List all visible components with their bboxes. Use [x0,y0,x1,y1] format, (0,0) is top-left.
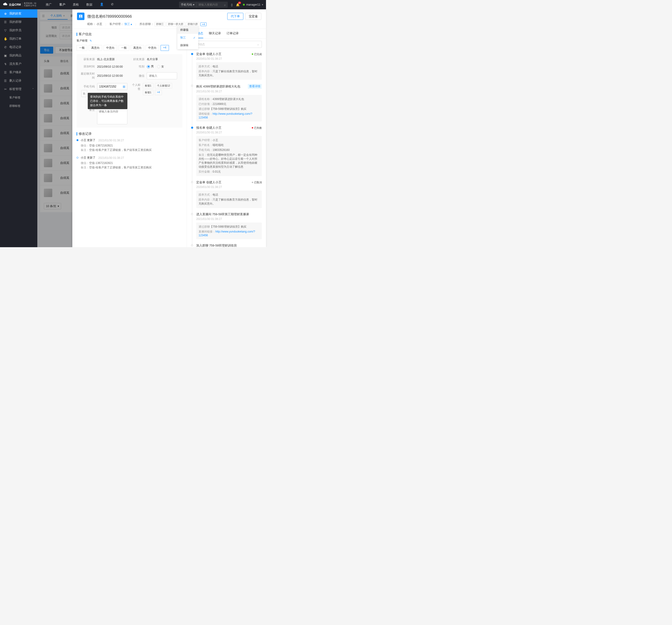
place-order-button[interactable]: 代下单 [227,13,243,20]
sidebar-icon: ✆ [4,46,7,49]
gender-female[interactable]: 女 [157,65,164,69]
customer-title: 微信名称6789990000966 [87,14,132,19]
sidebar-icon: ▽ [4,29,7,32]
timeline-item: 购买 4399理财课进阶课程大礼包查看详情2021/01/30 01:38:27… [191,84,262,126]
sidebar-icon: ☰ [4,79,7,82]
sidebar: ⊕我的好友☰我的群聊▽我的学员✋我的订单✆电话记录▣我的商品↯流失客户☰客户继承… [0,9,37,247]
log-item: 小王 更新了2021/01/30 01:38:27微信：空值-136721828… [76,138,183,152]
wechat-input[interactable] [147,72,177,79]
sidebar-item[interactable]: ⊕我的好友 [0,9,37,18]
timeline-item: 定金单 创建人小王已取消2020/01/30 01:38:27跟单方式：电话跟单… [191,180,262,212]
personal-tag[interactable]: 个人标签12 [155,83,172,89]
customer-tag-label: 客户标签 [76,39,88,43]
topnav-item[interactable]: 推广 [46,3,52,7]
topnav-item[interactable]: 质检 [73,3,79,7]
edit-tags-icon[interactable]: ✎ [90,39,92,43]
search-icon[interactable]: ⌕ [222,3,228,6]
gender-radio-group: 男 女 [147,65,164,69]
copy-phone-icon[interactable]: ⎘ [81,90,87,97]
expand-icon: ˄ [32,88,33,91]
manager-option[interactable]: 张三✓ [177,34,198,42]
phone-input-wrap: ⊞ [97,83,127,90]
sidebar-icon: ▣ [4,54,7,57]
username: manager11 [246,3,260,6]
log-item: 小王 更新了2021/01/30 01:38:27微信：空值-136721828… [76,156,183,170]
nickname-value: 小王 [97,22,102,26]
sidebar-item[interactable]: ☰客户继承 [0,68,37,76]
customer-tag[interactable]: 一般 [76,45,87,51]
sidebar-item[interactable]: ✋我的订单 [0,34,37,43]
sidebar-icon: ✋ [4,37,7,41]
activity-tab[interactable]: 订单记录 [226,29,239,38]
personal-tag[interactable]: 标签1 [143,83,153,89]
brand-name: 云朵CRM [9,3,21,7]
personal-tag[interactable]: 标签1 [143,90,153,95]
manager-option[interactable]: 师馨薇 [177,26,198,34]
group-tag[interactable]: 群聊六群 [186,22,199,26]
sidebar-icon: ✂ [4,88,7,91]
customer-tag[interactable]: 中意向 [103,45,117,51]
log-section-title: 修改记录 [79,132,92,136]
customer-tag[interactable]: 一般 [119,45,129,51]
timeline-item: 定金单 创建人小王已完成2020/01/30 01:38:27跟单方式：电话跟单… [191,52,262,84]
sidebar-item[interactable]: ↯流失客户 [0,60,37,68]
activity-tab[interactable]: 聊天记录 [209,29,221,38]
user-icon[interactable]: 👤 [100,3,103,7]
add-time-value: 2021/09/10 12:00:00 [97,65,123,68]
phone-duplicate-tooltip: 查询到此手机号码在系统中已存在，可以将两条客户数据合并为一条 [88,93,127,109]
tag-more[interactable]: +4 [161,45,169,51]
sidebar-item[interactable]: ✂标签管理˄ [0,85,37,93]
sidebar-item[interactable]: ▽我的学员 [0,26,37,34]
bell-icon[interactable]: 🔔5 [236,3,240,6]
sidebar-item[interactable]: ✆电话记录 [0,43,37,51]
brand-sub: 教育机构一站式服务云平台 [22,2,37,7]
deposit-button[interactable]: 交定金 [245,13,261,20]
sidebar-item[interactable]: ☰我的群聊 [0,18,37,26]
svg-point-1 [80,16,81,17]
phone-lookup-icon[interactable]: ⊞ [123,85,125,89]
timeline-item: 进入直播间 759-59班第三期理财直播课2021/01/30 01:38:27… [191,212,262,244]
sidebar-icon: ☰ [4,71,7,74]
search-input[interactable] [196,3,222,6]
global-search: 手机号码 ▾ ⌕ [179,2,228,8]
topnav-item[interactable]: 数据 [86,3,92,7]
manager-option[interactable]: 俱保咏 [177,42,198,49]
phone-icon[interactable]: ✆ [111,3,114,7]
search-type-select[interactable]: 手机号码 ▾ [179,2,196,8]
sidebar-item[interactable]: ▣我的商品 [0,51,37,60]
sidebar-icon: ⊕ [4,12,7,16]
gender-male[interactable]: 男 [147,65,154,69]
status-dot [243,4,245,6]
group-more[interactable]: +4 [200,22,207,26]
top-navbar: 云朵CRM 教育机构一站式服务云平台 推广客户质检数据👤✆ 手机号码 ▾ ⌕ ▯… [0,0,266,9]
sidebar-item[interactable]: ☰删人记录 [0,76,37,85]
remark-textarea[interactable] [97,108,127,124]
customer-tag[interactable]: 高意向 [131,45,144,51]
activity-filter-select[interactable]: 全部动态⌄ [191,41,262,48]
customer-drawer: 微信名称6789990000966 代下单 交定金 昵称：小王 | 客户经理：张… [72,9,266,247]
group-tag[interactable]: 群聊三 [154,22,165,26]
timeline-item: 加入群聊 759-59班理财训练营2021/01/30 01:38:27入群方式… [191,244,262,247]
sidebar-item[interactable]: 群聊标签 [0,102,37,110]
source-value: 线上-北京昱新 [97,57,115,61]
user-menu[interactable]: manager11 ▾ [243,3,263,6]
customer-tag[interactable]: 中意向 [146,45,159,51]
phone-input[interactable] [99,85,123,88]
topnav-item[interactable]: 客户 [59,3,65,7]
personal-tag-more[interactable]: +4 [155,90,162,95]
mobile-icon[interactable]: ▯ [231,3,233,6]
customer-avatar-icon [77,12,85,20]
logo: 云朵CRM 教育机构一站式服务云平台 [3,2,37,7]
sidebar-icon: ☰ [4,20,7,24]
group-tag[interactable]: 群聊一群大群 [166,22,185,26]
timeline-item: 报名单 创建人小王已失败2020/01/30 01:38:27客户经理：小王客户… [191,126,262,180]
manager-dropdown: 师馨薇张三✓俱保咏 [177,26,198,49]
sidebar-item[interactable]: 客户标签 [0,93,37,102]
notification-badge: 5 [238,2,241,4]
last-chat-value: 2021/09/10 12:00:00 [97,74,123,77]
friend-source-value: 名片分享 [147,57,158,61]
customer-tag[interactable]: 高意向 [89,45,102,51]
view-detail-button[interactable]: 查看详情 [248,84,262,89]
manager-select[interactable]: 张三 ▴ [124,22,132,26]
sidebar-icon: ↯ [4,62,7,66]
